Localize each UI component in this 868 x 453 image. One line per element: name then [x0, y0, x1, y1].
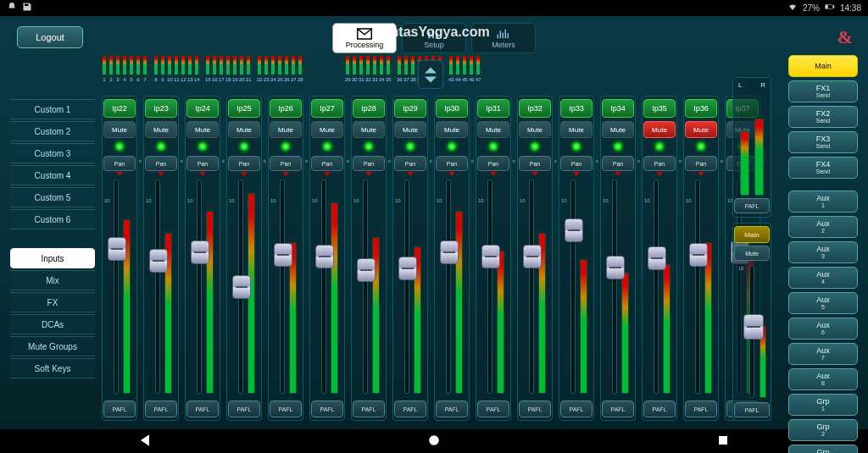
channel-label[interactable]: Ip35 [643, 99, 676, 118]
fader-area[interactable] [353, 176, 384, 397]
pafl-button[interactable]: PAFL [560, 401, 593, 417]
custom-layer-4[interactable]: Custom 4 [10, 165, 95, 185]
channel-label[interactable]: Ip33 [560, 99, 593, 118]
pan-control[interactable]: Panc [519, 156, 551, 171]
bus-aux4[interactable]: Aux4 [788, 267, 858, 289]
pafl-button[interactable]: PAFL [436, 401, 468, 417]
bus-fx1-send[interactable]: FX1Send [788, 80, 858, 102]
fader-area[interactable] [187, 176, 218, 397]
pafl-button[interactable]: PAFL [394, 401, 426, 417]
channel-label[interactable]: Ip32 [519, 99, 551, 118]
master-fader-area[interactable]: 10 [736, 264, 768, 400]
fader-area[interactable] [561, 176, 592, 397]
bus-aux6[interactable]: Aux6 [788, 318, 858, 340]
channel-label[interactable]: Ip29 [394, 99, 426, 118]
header-tab-setup[interactable]: Setup [402, 23, 466, 53]
channel-label[interactable]: Ip30 [436, 99, 468, 118]
custom-layer-6[interactable]: Custom 6 [10, 209, 95, 229]
fader-knob[interactable] [440, 240, 459, 264]
mute-button[interactable]: Mute [436, 121, 468, 138]
bus-aux5[interactable]: Aux5 [788, 292, 858, 314]
pafl-button[interactable]: PAFL [602, 401, 634, 417]
bus-grp2[interactable]: Grp2 [788, 419, 858, 441]
channel-label[interactable]: Ip28 [353, 99, 385, 118]
master-fader-knob[interactable] [743, 314, 764, 340]
fader-area[interactable] [146, 176, 176, 397]
bank-mix[interactable]: Mix [10, 270, 95, 290]
fader-knob[interactable] [689, 243, 708, 267]
header-tab-processing[interactable]: Processing [332, 23, 397, 53]
fader-area[interactable] [229, 176, 259, 397]
pafl-button[interactable]: PAFL [228, 401, 260, 417]
fader-knob[interactable] [565, 218, 583, 242]
pafl-button[interactable]: PAFL [519, 401, 551, 417]
bus-fx3-send[interactable]: FX3Send [788, 131, 858, 153]
fader-area[interactable] [437, 176, 467, 397]
pafl-button[interactable]: PAFL [477, 401, 509, 417]
pan-control[interactable]: Panc [186, 156, 219, 171]
pan-control[interactable]: Panc [311, 156, 343, 171]
bank-inputs[interactable]: Inputs [10, 248, 95, 268]
channel-label[interactable]: Ip24 [186, 99, 219, 118]
channel-label[interactable]: Ip26 [270, 99, 302, 118]
channel-label[interactable]: Ip23 [145, 99, 177, 118]
pan-control[interactable]: Panc [145, 156, 177, 171]
fader-area[interactable] [104, 176, 135, 397]
bus-grp1[interactable]: Grp1 [788, 394, 858, 416]
fader-area[interactable] [686, 176, 716, 397]
pafl-button[interactable]: PAFL [145, 401, 177, 417]
fader-knob[interactable] [481, 245, 500, 268]
pan-control[interactable]: Panc [643, 156, 676, 171]
fader-knob[interactable] [149, 249, 168, 273]
mute-button[interactable]: Mute [685, 121, 717, 138]
fader-area[interactable] [270, 176, 301, 397]
pan-control[interactable]: Panc [394, 156, 426, 171]
fader-knob[interactable] [648, 246, 666, 270]
fader-knob[interactable] [274, 243, 292, 267]
bus-aux7[interactable]: Aux7 [788, 343, 858, 365]
bank-soft-keys[interactable]: Soft Keys [10, 358, 95, 378]
pan-control[interactable]: Panc [685, 156, 717, 171]
master-pafl-button[interactable]: PAFL [734, 402, 770, 417]
bus-fx4-send[interactable]: FX4Send [788, 157, 858, 179]
bus-aux3[interactable]: Aux3 [788, 241, 858, 263]
fader-area[interactable] [395, 176, 426, 397]
bank-dcas[interactable]: DCAs [10, 314, 95, 334]
mute-button[interactable]: Mute [394, 121, 426, 138]
master-mute-button[interactable]: Mute [734, 246, 770, 261]
channel-label[interactable]: Ip27 [311, 99, 343, 118]
mute-button[interactable]: Mute [103, 121, 136, 138]
back-icon[interactable] [136, 432, 153, 452]
scroll-up-down-button[interactable] [418, 60, 443, 89]
fader-knob[interactable] [108, 237, 126, 261]
pan-control[interactable]: Panc [228, 156, 260, 171]
bus-aux8[interactable]: Aux8 [788, 368, 858, 390]
home-icon[interactable] [426, 432, 442, 452]
mute-button[interactable]: Mute [311, 121, 343, 138]
pafl-button[interactable]: PAFL [270, 401, 302, 417]
bank-mute-groups[interactable]: Mute Groups [10, 336, 95, 356]
mute-button[interactable]: Mute [560, 121, 593, 138]
pafl-button[interactable]: PAFL [311, 401, 343, 417]
fader-area[interactable] [644, 176, 675, 397]
fader-knob[interactable] [315, 245, 334, 268]
channel-label[interactable]: Ip25 [228, 99, 260, 118]
fader-knob[interactable] [191, 240, 209, 264]
fader-knob[interactable] [398, 257, 417, 280]
mute-button[interactable]: Mute [145, 121, 177, 138]
pan-control[interactable]: Panc [602, 156, 634, 171]
mute-button[interactable]: Mute [519, 121, 551, 138]
pafl-button[interactable]: PAFL [353, 401, 385, 417]
fader-knob[interactable] [523, 245, 542, 268]
mute-button[interactable]: Mute [186, 121, 219, 138]
pafl-button[interactable]: PAFL [103, 401, 136, 417]
pan-control[interactable]: Panc [270, 156, 302, 171]
fader-area[interactable] [312, 176, 342, 397]
mute-button[interactable]: Mute [643, 121, 676, 138]
bus-fx2-send[interactable]: FX2Send [788, 106, 858, 128]
pan-control[interactable]: Panc [436, 156, 468, 171]
channel-label[interactable]: Ip31 [477, 99, 509, 118]
custom-layer-5[interactable]: Custom 5 [10, 187, 95, 207]
custom-layer-1[interactable]: Custom 1 [10, 99, 95, 119]
header-tab-meters[interactable]: Meters [471, 23, 536, 53]
